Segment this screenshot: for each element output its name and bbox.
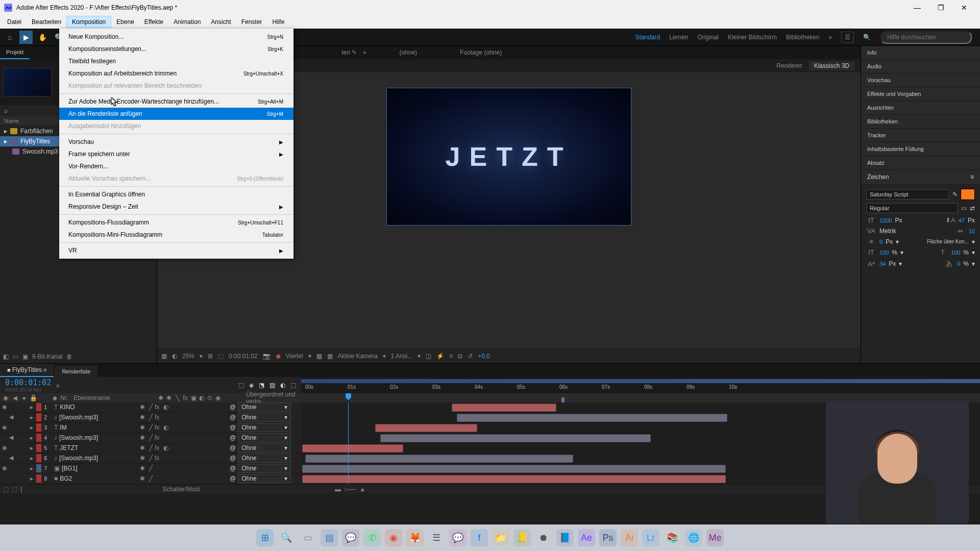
switch[interactable]: fx (155, 444, 159, 452)
menu-effekte[interactable]: Effekte (139, 16, 168, 28)
menu-komposition[interactable]: Komposition (66, 16, 111, 28)
pixel-aspect-icon[interactable]: ◫ (426, 353, 431, 360)
chevron-down-icon[interactable]: ▾ (972, 260, 975, 267)
switch[interactable]: ╱ (149, 404, 153, 411)
chevron-down-icon[interactable]: ▾ (972, 249, 975, 256)
menu-item[interactable]: In Essential Graphics öffnen (59, 188, 293, 201)
search-icon[interactable]: ⌕ (56, 382, 60, 389)
solo-toggle[interactable] (16, 455, 22, 462)
lock-column-icon[interactable]: 🔒 (30, 394, 37, 402)
comp-mini-flowchart-icon[interactable]: ⬚ (238, 382, 244, 389)
audio-toggle[interactable] (9, 404, 15, 411)
menu-item[interactable]: An die Renderliste anfügenStrg+M (59, 108, 293, 120)
maximize-button[interactable]: ❐ (929, 0, 952, 15)
expand-icon[interactable]: ▸ (30, 444, 35, 452)
switch[interactable]: fx (155, 455, 159, 462)
visibility-toggle[interactable]: ◉ (2, 444, 8, 452)
switch[interactable]: ✱ (140, 444, 145, 452)
roi-icon[interactable]: ⬚ (218, 353, 224, 360)
footage-tab[interactable]: Footage (ohne) (460, 49, 502, 56)
panel-tracker[interactable]: Tracker (861, 129, 980, 142)
panel-vorschau[interactable]: Vorschau (861, 73, 980, 87)
pickwhip-icon[interactable]: @ (230, 424, 236, 431)
layer-row[interactable]: ▸8■BG2✱ ╱@Ohne▾ (0, 474, 301, 484)
audio-toggle[interactable]: ◀ (9, 434, 15, 441)
exposure-value[interactable]: +0,0 (478, 353, 490, 360)
transparency-icon[interactable]: ▩ (316, 353, 322, 360)
switch[interactable]: ✱ (140, 475, 145, 482)
interpret-icon[interactable]: ◧ (3, 353, 9, 360)
pickwhip-icon[interactable]: @ (230, 465, 236, 472)
layer-clip[interactable] (457, 414, 727, 422)
layer-row[interactable]: ◀▸4♪[Swoosh.mp3]✱ ╱fx@Ohne▾ (0, 433, 301, 443)
trash-icon[interactable]: 🗑 (66, 353, 72, 360)
eye-column-icon[interactable]: ◉ (2, 394, 9, 402)
expand-icon[interactable]: ▸ (4, 138, 7, 145)
hand-tool[interactable]: ✋ (36, 31, 49, 44)
frame-blend-icon[interactable]: ▨ (270, 382, 275, 389)
panel-zeichen-header[interactable]: Zeichen ≡ (861, 170, 980, 185)
pickwhip-icon[interactable]: @ (230, 475, 236, 482)
layer-name[interactable]: ▣[BG1] (51, 465, 138, 472)
layer-clip[interactable] (302, 475, 726, 483)
layer-row[interactable]: ◉▸3TIM✱ ╱fx◐@Ohne▾ (0, 423, 301, 433)
switch-col-icon[interactable]: fx (182, 394, 189, 402)
expand-icon[interactable]: ▸ (30, 404, 35, 411)
layer-clip[interactable] (305, 455, 573, 463)
switch[interactable]: ╱ (149, 444, 153, 452)
audio-column-icon[interactable]: ◀ (11, 394, 18, 402)
menu-animation[interactable]: Animation (168, 16, 206, 28)
chevron-down-icon[interactable]: ▾ (200, 353, 203, 360)
font-style-select[interactable]: Regular (866, 203, 958, 213)
layer-row[interactable]: ◀▸2♪[Swoosh.mp3]✱ ╱fx@Ohne▾ (0, 413, 301, 423)
taskbar-app-icon[interactable]: ⏺ (535, 529, 552, 546)
swap-colors-icon[interactable]: ⇄ (970, 205, 975, 212)
taskbar-app-icon[interactable]: 💬 (342, 529, 359, 546)
visibility-toggle[interactable]: ◉ (2, 465, 8, 472)
parent-select[interactable]: Ohne▾ (238, 443, 291, 453)
menu-datei[interactable]: Datei (2, 16, 27, 28)
switch[interactable]: ╱ (149, 475, 153, 482)
home-button[interactable]: ⌂ (3, 31, 16, 44)
expand-icon[interactable]: ▸ (30, 455, 35, 462)
visibility-toggle[interactable]: ◉ (2, 404, 8, 411)
taskbar-app-icon[interactable]: ⊞ (256, 529, 274, 546)
taskbar-app-icon[interactable]: 📚 (664, 529, 681, 546)
workspace-kleiner[interactable]: Kleiner Bildschirm (728, 34, 777, 41)
switch[interactable]: ╱ (149, 414, 153, 421)
switch[interactable]: ✱ (140, 424, 145, 431)
playhead[interactable] (348, 403, 349, 484)
timeline-tab-render[interactable]: Renderliste (55, 366, 97, 377)
label-color[interactable] (36, 413, 41, 421)
windows-taskbar[interactable]: ⊞🔍▭▤💬✆◉🦊☰💬f📁📒⏺📘AePsAiLr📚🌐Me (0, 524, 980, 551)
no-fill-icon[interactable]: ▭ (961, 205, 967, 212)
menu-item[interactable]: Kompositionseinstellungen...Strg+K (59, 43, 293, 55)
panel-contentaware[interactable]: Inhaltsbasierte Füllung (861, 142, 980, 156)
chevron-down-icon[interactable]: ▾ (896, 238, 899, 245)
menu-item[interactable]: VR▶ (59, 244, 293, 257)
new-comp-icon[interactable]: ▣ (22, 353, 28, 360)
solo-toggle[interactable] (16, 444, 22, 452)
pickwhip-icon[interactable]: @ (230, 434, 236, 441)
taskbar-app-icon[interactable]: Ae (578, 529, 595, 546)
snapshot-icon[interactable]: 📷 (263, 353, 271, 360)
visibility-toggle[interactable] (2, 414, 8, 421)
visibility-toggle[interactable]: ◉ (2, 424, 8, 431)
layer-clip[interactable] (380, 434, 651, 442)
views-select[interactable]: 1 Ansi... (391, 353, 413, 360)
solo-toggle[interactable] (16, 465, 22, 472)
menu-item[interactable]: Frame speichern unter▶ (59, 148, 293, 160)
chevron-down-icon[interactable]: ▾ (900, 249, 903, 256)
expand-icon[interactable]: ▸ (30, 475, 35, 482)
switch[interactable]: ╱ (149, 424, 153, 431)
visibility-toggle[interactable] (2, 475, 8, 482)
parent-select[interactable]: Ohne▾ (238, 413, 291, 422)
parent-select[interactable]: Ohne▾ (238, 433, 291, 442)
shy-icon[interactable]: ⬔ (259, 382, 264, 389)
switch[interactable]: ✱ (140, 465, 145, 472)
layer-name[interactable]: TJETZT (51, 444, 138, 452)
panel-audio[interactable]: Audio (861, 60, 980, 73)
menu-item[interactable]: Responsive Design – Zeit▶ (59, 201, 293, 213)
pickwhip-icon[interactable]: @ (230, 414, 236, 421)
lock-ający[interactable] (23, 444, 29, 452)
